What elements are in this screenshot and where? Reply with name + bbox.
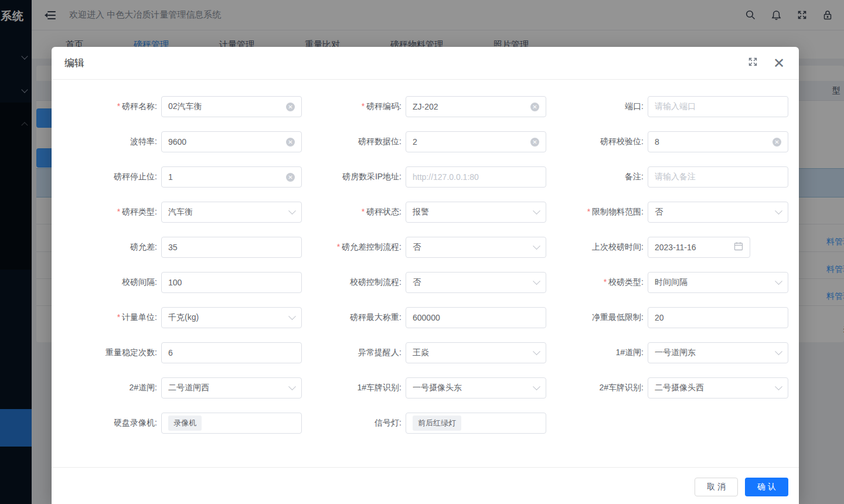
form-field: *校磅类型:时间间隔 <box>564 272 788 293</box>
field-value: 一号道闸东 <box>655 348 696 358</box>
select-input[interactable]: 王焱 <box>406 342 546 363</box>
required-asterisk: * <box>117 207 120 216</box>
form-field: 信号灯:前后红绿灯 <box>319 413 546 434</box>
form-field: *计量单位:千克(kg) <box>62 307 302 328</box>
field-label: *磅秤编码: <box>319 101 406 112</box>
required-asterisk: * <box>117 312 120 322</box>
field-label: 校磅控制流程: <box>319 277 406 288</box>
select-input[interactable]: 汽车衡 <box>161 202 302 223</box>
select-input[interactable]: 二号道闸西 <box>161 377 302 399</box>
date-input[interactable]: 2023-11-16 <box>648 237 750 258</box>
field-value: 9600 <box>168 137 186 147</box>
select-input[interactable]: 一号摄像头东 <box>406 377 546 399</box>
form-field: 2#道闸:二号道闸西 <box>62 377 302 399</box>
field-label-text: 净重最低限制: <box>592 312 644 322</box>
field-value: 600000 <box>413 313 440 322</box>
dialog-footer: 取 消 确 认 <box>52 467 799 503</box>
clear-icon[interactable]: ✕ <box>286 138 295 147</box>
required-asterisk: * <box>362 207 365 216</box>
tag: 录像机 <box>168 416 202 431</box>
text-input[interactable]: 6 <box>161 342 302 363</box>
clear-icon[interactable]: ✕ <box>772 138 781 147</box>
form-field: *限制物料范围:否 <box>564 202 788 223</box>
field-label-text: 备注: <box>625 172 644 181</box>
select-input[interactable]: 时间间隔 <box>648 272 788 293</box>
clear-icon[interactable]: ✕ <box>286 103 295 111</box>
field-label-text: 2#车牌识别: <box>600 383 644 392</box>
field-value: 2023-11-16 <box>655 243 696 252</box>
form-row: 校磅间隔:100校磅控制流程:否*校磅类型:时间间隔 <box>52 272 799 293</box>
edit-dialog: 编辑 ✕ *磅秤名称:02汽车衡✕*磅秤编码:ZJ-202✕端口:请输入端口波特… <box>52 47 799 504</box>
field-label: 1#道闸: <box>564 348 648 358</box>
dialog-header: 编辑 ✕ <box>52 47 799 80</box>
select-input[interactable]: 否 <box>406 237 546 258</box>
select-input[interactable]: 二号摄像头西 <box>648 377 788 399</box>
select-input[interactable]: 一号道闸东 <box>648 342 788 363</box>
form-field: 硬盘录像机:录像机 <box>62 413 302 434</box>
field-value: 否 <box>655 207 663 217</box>
tags-input[interactable]: 前后红绿灯 <box>406 413 546 434</box>
field-label: *计量单位: <box>62 312 161 323</box>
form-field: *磅允差控制流程:否 <box>319 237 546 258</box>
confirm-button[interactable]: 确 认 <box>745 478 788 496</box>
field-label-text: 磅秤状态: <box>366 207 401 216</box>
text-input[interactable]: 9600✕ <box>161 131 302 152</box>
application-root: 系统 欢迎进入 中色大冶质计量管理信息系统 首页磅秤管理计量管理重量比对磅秤物料… <box>0 0 844 504</box>
chevron-down-icon <box>775 277 782 285</box>
form-field: 磅允差:35 <box>62 237 302 258</box>
select-input[interactable]: 否 <box>648 202 788 223</box>
select-input[interactable]: 千克(kg) <box>161 307 302 328</box>
field-label: 磅允差: <box>62 242 161 253</box>
clear-icon[interactable]: ✕ <box>530 138 539 147</box>
clear-icon[interactable]: ✕ <box>286 173 295 182</box>
form-field: 净重最低限制:20 <box>564 307 788 328</box>
text-input[interactable]: http://127.0.0.1:80 <box>406 166 546 188</box>
form-field: *磅秤状态:报警 <box>319 202 546 223</box>
field-label-text: 1#道闸: <box>616 348 644 357</box>
field-label-text: 上次校磅时间: <box>592 242 644 251</box>
form-row: 2#道闸:二号道闸西1#车牌识别:一号摄像头东2#车牌识别:二号摄像头西 <box>52 377 799 399</box>
field-value: 否 <box>413 277 421 288</box>
field-label-text: 磅秤数据位: <box>358 137 401 146</box>
text-input[interactable]: 20 <box>648 307 788 328</box>
calendar-icon <box>734 241 743 253</box>
dialog-title: 编辑 <box>64 56 84 70</box>
field-placeholder: 请输入端口 <box>655 101 696 112</box>
chevron-down-icon <box>288 207 296 214</box>
field-value: 二号摄像头西 <box>655 383 704 393</box>
select-input[interactable]: 报警 <box>406 202 546 223</box>
field-label-text: 磅秤类型: <box>122 207 157 216</box>
tags-input[interactable]: 录像机 <box>161 413 302 434</box>
text-input[interactable]: 请输入端口 <box>648 96 788 117</box>
field-label-text: 磅秤最大称重: <box>350 312 401 322</box>
field-label-text: 2#道闸: <box>130 383 157 392</box>
text-input[interactable]: 1✕ <box>161 166 302 188</box>
required-asterisk: * <box>117 101 120 111</box>
field-value: 20 <box>655 313 664 322</box>
field-label: 信号灯: <box>319 418 406 428</box>
field-placeholder: 请输入备注 <box>655 172 696 182</box>
field-placeholder: http://127.0.0.1:80 <box>413 172 479 182</box>
field-label-text: 重量稳定次数: <box>106 348 157 357</box>
clear-icon[interactable]: ✕ <box>530 103 539 111</box>
form-field: 校磅间隔:100 <box>62 272 302 293</box>
text-input[interactable]: 8✕ <box>648 131 788 152</box>
text-input[interactable]: 2✕ <box>406 131 546 152</box>
text-input[interactable]: ZJ-202✕ <box>406 96 546 117</box>
field-label-text: 磅秤校验位: <box>600 137 644 146</box>
text-input[interactable]: 请输入备注 <box>648 166 788 188</box>
form-field: 端口:请输入端口 <box>564 96 788 117</box>
form-row: 磅秤停止位:1✕磅房数采IP地址:http://127.0.0.1:80备注:请… <box>52 166 799 188</box>
text-input[interactable]: 02汽车衡✕ <box>161 96 302 117</box>
close-icon[interactable]: ✕ <box>773 56 785 70</box>
field-label: 端口: <box>564 101 648 112</box>
field-value: 二号道闸西 <box>168 383 209 393</box>
dialog-fullscreen-icon[interactable] <box>748 57 758 69</box>
text-input[interactable]: 600000 <box>406 307 546 328</box>
select-input[interactable]: 否 <box>406 272 546 293</box>
field-label-text: 计量单位: <box>122 312 157 322</box>
form-field: *磅秤名称:02汽车衡✕ <box>62 96 302 117</box>
cancel-button[interactable]: 取 消 <box>695 478 738 496</box>
text-input[interactable]: 35 <box>161 237 302 258</box>
text-input[interactable]: 100 <box>161 272 302 293</box>
